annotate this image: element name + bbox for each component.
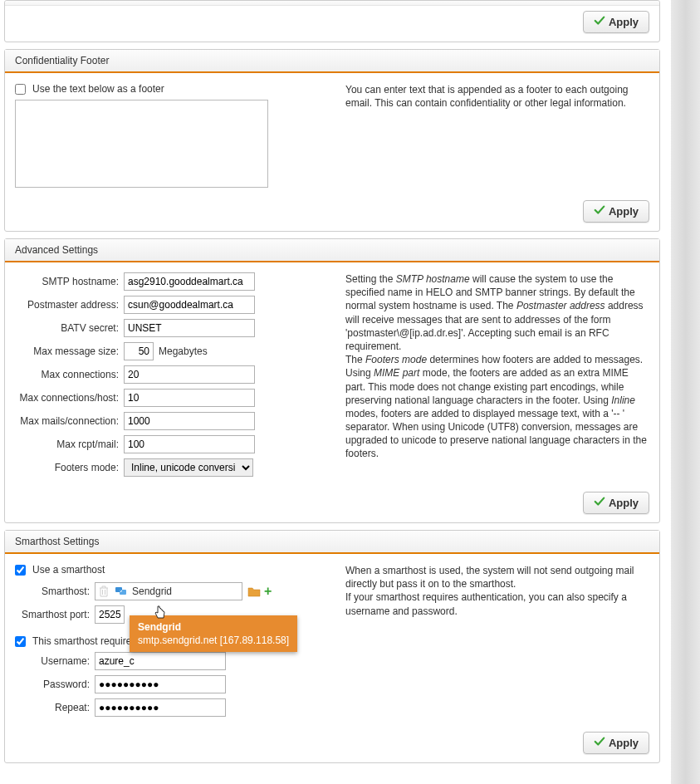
tooltip-detail: smtp.sendgrid.net [167.89.118.58]	[138, 634, 289, 647]
megabytes-label: Megabytes	[159, 345, 208, 357]
host-icon	[112, 586, 130, 596]
use-footer-label[interactable]: Use the text below as a footer	[32, 83, 164, 95]
plus-icon[interactable]: +	[264, 584, 272, 599]
apply-label: Apply	[609, 497, 639, 509]
smarthost-port-label: Smarthost port:	[15, 609, 90, 620]
max-mails-conn-input[interactable]	[124, 412, 255, 430]
max-conn-host-label: Max connections/host:	[15, 392, 119, 404]
apply-label: Apply	[609, 16, 639, 28]
apply-button[interactable]: Apply	[583, 11, 649, 33]
apply-button[interactable]: Apply	[583, 732, 649, 754]
right-gutter	[671, 0, 700, 770]
footer-textarea[interactable]	[15, 100, 268, 188]
cursor-icon	[154, 605, 167, 623]
use-footer-checkbox[interactable]	[15, 84, 26, 95]
postmaster-label: Postmaster address:	[15, 299, 119, 311]
panel-title: Advanced Settings	[5, 239, 659, 262]
max-msg-size-label: Max message size:	[15, 345, 119, 357]
apply-label: Apply	[609, 737, 639, 749]
batv-label: BATV secret:	[15, 322, 119, 334]
max-mails-conn-label: Max mails/connection:	[15, 415, 119, 427]
check-icon	[594, 15, 605, 29]
use-smarthost-label[interactable]: Use a smarthost	[32, 564, 105, 576]
folder-icon[interactable]	[247, 586, 261, 597]
check-icon	[594, 496, 605, 510]
password-label: Password:	[15, 679, 90, 690]
check-icon	[594, 204, 605, 218]
username-input[interactable]	[95, 652, 226, 670]
footers-mode-label: Footers mode:	[15, 462, 119, 473]
use-smarthost-checkbox[interactable]	[15, 565, 26, 576]
apply-button[interactable]: Apply	[583, 200, 649, 223]
smarthost-field[interactable]: Sendgrid	[95, 582, 242, 600]
smtp-hostname-label: SMTP hostname:	[15, 276, 119, 287]
batv-input[interactable]	[124, 319, 255, 337]
help-text: When a smarthost is used, the system wil…	[345, 564, 649, 722]
postmaster-input[interactable]	[124, 296, 255, 314]
advanced-panel: Advanced Settings SMTP hostname: Postmas…	[4, 238, 660, 523]
trash-icon[interactable]	[95, 586, 112, 597]
smarthost-auth-checkbox[interactable]	[15, 636, 26, 647]
panel-title: Smarthost Settings	[5, 531, 659, 554]
smarthost-panel: Smarthost Settings Use a smarthost Smart…	[4, 530, 660, 763]
help-text: Setting the SMTP hostname will cause the…	[345, 272, 649, 482]
smarthost-value: Sendgrid	[130, 586, 242, 597]
repeat-label: Repeat:	[15, 702, 90, 713]
top-panel: Apply	[4, 0, 660, 42]
max-rcpt-label: Max rcpt/mail:	[15, 439, 119, 450]
help-text: You can enter text that is appended as a…	[345, 83, 649, 190]
footers-mode-select[interactable]: Inline, unicode conversion	[124, 458, 253, 477]
max-conn-input[interactable]	[124, 365, 255, 384]
confidentiality-panel: Confidentiality Footer Use the text belo…	[4, 49, 660, 232]
smarthost-port-input[interactable]	[95, 605, 125, 624]
smtp-hostname-input[interactable]	[124, 272, 255, 291]
max-msg-size-input[interactable]	[124, 342, 154, 360]
max-rcpt-input[interactable]	[124, 435, 255, 453]
smarthost-label: Smarthost:	[15, 586, 90, 597]
panel-title: Confidentiality Footer	[5, 50, 659, 73]
repeat-input[interactable]	[95, 698, 226, 717]
check-icon	[594, 736, 605, 750]
apply-button[interactable]: Apply	[583, 492, 649, 514]
max-conn-label: Max connections:	[15, 369, 119, 380]
max-conn-host-input[interactable]	[124, 389, 255, 407]
username-label: Username:	[15, 655, 90, 667]
apply-label: Apply	[609, 205, 639, 218]
password-input[interactable]	[95, 675, 226, 693]
